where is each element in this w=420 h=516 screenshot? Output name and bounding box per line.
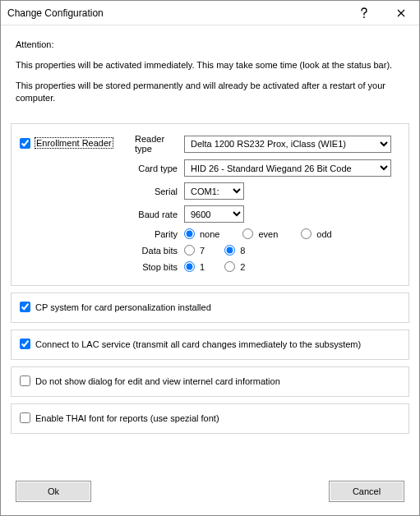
stopbits-2-input[interactable] xyxy=(224,261,235,272)
thai-font-group: Enable THAI font for reports (use spezia… xyxy=(11,403,409,434)
card-type-select[interactable]: HID 26 - Standard Wiegand 26 Bit Code xyxy=(184,159,391,177)
cancel-button[interactable]: Cancel xyxy=(329,481,404,502)
footer-spacer xyxy=(91,481,329,502)
close-icon xyxy=(397,9,405,17)
svg-point-0 xyxy=(363,16,365,18)
databits-8-input[interactable] xyxy=(224,245,235,256)
dialog-footer: Ok Cancel xyxy=(11,477,409,507)
reader-type-select[interactable]: Delta 1200 RS232 Prox, iClass (WIE1) xyxy=(184,136,391,153)
enrollment-reader-label: Enrollment Reader xyxy=(35,138,113,148)
parity-even-radio[interactable]: even xyxy=(242,228,278,239)
baud-row: Baud rate 9600 xyxy=(20,205,400,223)
thai-font-checkbox-input[interactable] xyxy=(20,412,30,423)
close-button[interactable] xyxy=(382,1,419,25)
serial-select[interactable]: COM1: xyxy=(184,182,244,200)
stopbits-1-label: 1 xyxy=(200,262,205,272)
hide-dialog-group: Do not show dialog for edit and view int… xyxy=(11,366,409,397)
serial-row: Serial COM1: xyxy=(20,182,400,200)
enrollment-reader-checkbox[interactable]: Enrollment Reader xyxy=(20,138,113,149)
parity-odd-radio[interactable]: odd xyxy=(301,228,331,239)
attention-block: Attention: This properties will be activ… xyxy=(11,34,409,120)
lac-checkbox[interactable]: Connect to LAC service (transmit all car… xyxy=(20,339,361,349)
parity-odd-input[interactable] xyxy=(301,228,312,239)
parity-label: Parity xyxy=(20,229,184,239)
titlebar: Change Configuration xyxy=(1,1,419,25)
thai-font-checkbox[interactable]: Enable THAI font for reports (use spezia… xyxy=(20,412,219,423)
reader-type-label: Reader type xyxy=(135,134,184,154)
lac-checkbox-input[interactable] xyxy=(20,339,30,349)
databits-7-input[interactable] xyxy=(184,245,195,256)
lac-label: Connect to LAC service (transmit all car… xyxy=(35,339,361,349)
help-icon xyxy=(360,7,368,19)
hide-dialog-checkbox-input[interactable] xyxy=(20,375,30,386)
ok-button[interactable]: Ok xyxy=(16,481,91,502)
databits-8-label: 8 xyxy=(240,246,245,256)
enrollment-reader-row: Enrollment Reader Reader type Delta 1200… xyxy=(20,134,400,154)
baud-label: Baud rate xyxy=(20,210,184,219)
parity-none-radio[interactable]: none xyxy=(184,228,219,239)
parity-none-input[interactable] xyxy=(184,228,195,239)
cp-system-checkbox[interactable]: CP system for card personalization insta… xyxy=(20,302,211,312)
enrollment-reader-checkbox-input[interactable] xyxy=(20,138,30,149)
hide-dialog-label: Do not show dialog for edit and view int… xyxy=(35,376,280,386)
reader-group: Enrollment Reader Reader type Delta 1200… xyxy=(11,123,409,286)
cp-system-checkbox-input[interactable] xyxy=(20,302,30,312)
attention-line-1: This properties will be activated immedi… xyxy=(16,59,404,71)
lac-group: Connect to LAC service (transmit all car… xyxy=(11,329,409,360)
databits-label: Data bits xyxy=(20,246,184,256)
cp-system-label: CP system for card personalization insta… xyxy=(35,302,211,312)
stopbits-row: Stop bits 1 2 xyxy=(20,261,400,272)
stopbits-1-input[interactable] xyxy=(184,261,195,272)
parity-even-input[interactable] xyxy=(242,228,253,239)
change-configuration-dialog: Change Configuration Attention: This pro… xyxy=(0,0,420,516)
databits-8-radio[interactable]: 8 xyxy=(224,245,245,256)
cp-system-group: CP system for card personalization insta… xyxy=(11,293,409,323)
databits-radio-group: 7 8 xyxy=(184,245,245,256)
stopbits-2-radio[interactable]: 2 xyxy=(224,261,245,272)
card-type-row: Card type HID 26 - Standard Wiegand 26 B… xyxy=(20,159,400,177)
databits-row: Data bits 7 8 xyxy=(20,245,400,256)
parity-even-label: even xyxy=(258,229,278,239)
baud-select[interactable]: 9600 xyxy=(184,205,244,223)
parity-radio-group: none even odd xyxy=(184,228,332,239)
attention-heading: Attention: xyxy=(16,39,404,51)
client-area: Attention: This properties will be activ… xyxy=(1,25,419,515)
databits-7-radio[interactable]: 7 xyxy=(184,245,205,256)
thai-font-label: Enable THAI font for reports (use spezia… xyxy=(35,413,219,423)
serial-label: Serial xyxy=(20,187,184,196)
parity-odd-label: odd xyxy=(316,229,331,239)
card-type-label: Card type xyxy=(20,164,184,173)
stopbits-1-radio[interactable]: 1 xyxy=(184,261,205,272)
databits-7-label: 7 xyxy=(200,246,205,256)
parity-row: Parity none even odd xyxy=(20,228,400,239)
stopbits-label: Stop bits xyxy=(20,262,184,272)
help-button[interactable] xyxy=(345,1,382,25)
hide-dialog-checkbox[interactable]: Do not show dialog for edit and view int… xyxy=(20,375,280,386)
attention-line-2: This properties will be stored permanent… xyxy=(16,80,404,104)
window-title: Change Configuration xyxy=(7,7,345,19)
parity-none-label: none xyxy=(200,229,219,239)
stopbits-2-label: 2 xyxy=(240,262,245,272)
stopbits-radio-group: 1 2 xyxy=(184,261,245,272)
